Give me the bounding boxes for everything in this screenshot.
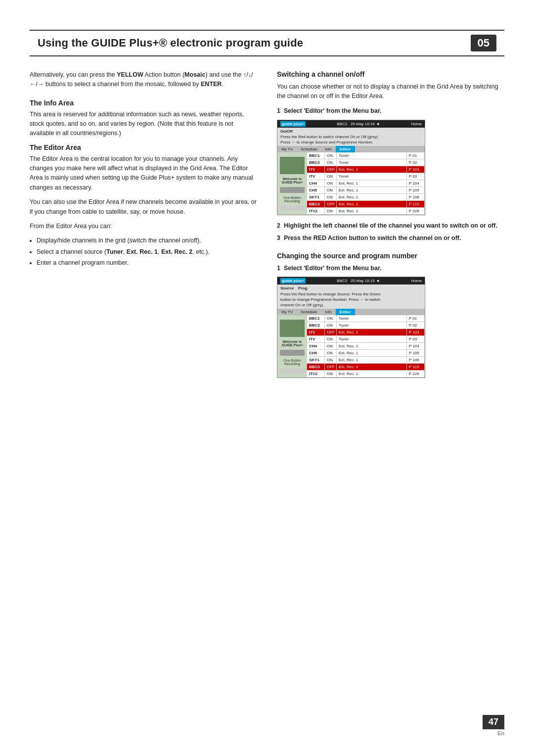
enter-bold: ENTER — [201, 81, 222, 88]
tv-row-sky1-2: SKY1 ON Ext. Rec. 1 P 106 — [307, 357, 425, 364]
tv-row-itv-3: ITV ON Tuner P 03 — [307, 336, 425, 343]
step-3: 3 Press the RED Action button to switch … — [277, 234, 504, 243]
tv-cell-name: SKY1 — [307, 194, 325, 200]
tv-screen-2: guide plus+ BBC2 25-May 10:10 ◄ Home Sou… — [277, 277, 425, 378]
page-title: Using the GUIDE Plus+® electronic progra… — [38, 37, 303, 49]
tv-info-bar-2: Source Prog. Press the Red button to cha… — [277, 284, 425, 309]
tv-cell-source: Tuner — [337, 336, 407, 342]
intro-paragraph: Alternatively, you can press the YELLOW … — [30, 70, 257, 89]
tv-cell-source: Ext. Rec. 1 — [337, 371, 407, 377]
tv-channel-2: BBC2 25-May 10:10 ◄ — [337, 279, 380, 283]
tv-cell-prog: P 03 — [407, 173, 425, 180]
tv-brand-logo-2 — [280, 369, 305, 374]
tv-row-itv-1-highlighted: ITV OFF Ext. Rec. 1 P 103 — [307, 166, 425, 173]
tv-row-bbc2-1: BBC2 ON Tuner P 02 — [307, 159, 425, 166]
step-1-text: Select 'Editor' from the Menu bar. — [284, 107, 382, 114]
changing-step-1-label: 1 Select 'Editor' from the Menu bar. — [277, 264, 504, 273]
step-2-text: Highlight the left channel tile of the c… — [284, 222, 497, 229]
tv-bottom-logo-2 — [280, 350, 305, 356]
tv-cell-prog: P 03 — [407, 336, 425, 342]
tv-cell-name: CH4 — [307, 343, 325, 349]
tv-cell-name: BBC1 — [307, 152, 325, 159]
tv-screen-1: guide plus+ BBC2 25-May 10:10 ◄ Home On/… — [277, 120, 425, 216]
tv-cell-status: ON — [325, 350, 337, 356]
editor-area-heading: The Editor Area — [30, 143, 257, 151]
tv-logo-2: guide plus+ — [280, 278, 306, 284]
tv-tab-bar-2: My TV Schedule Info Editor — [277, 309, 425, 315]
editor-area-section: The Editor Area The Editor Area is the c… — [30, 143, 257, 268]
tv-cell-source: Tuner — [337, 152, 407, 159]
tv-row-itv-2: ITV ON Tuner P 03 — [307, 173, 425, 180]
tv-welcome-1: Welcome toGUIDE Plus+ — [282, 177, 303, 184]
tv-row-bbc2-2: BBC2 ON Tuner P 02 — [307, 322, 425, 329]
tv-cell-prog: P 106 — [407, 194, 425, 200]
changing-heading: Changing the source and program number — [277, 252, 504, 260]
tab-editor-1: Editor — [336, 146, 355, 152]
info-area-heading: The Info Area — [30, 99, 257, 107]
tab-editor-2: Editor — [336, 309, 355, 315]
tv-row-ch5-1: CH5 ON Ext. Rec. 1 P 105 — [307, 187, 425, 194]
tv-cell-status: ON — [325, 208, 337, 214]
tv-cell-name: CH5 — [307, 350, 325, 356]
tv-cell-source: Ext. Rec. 1 — [337, 187, 407, 193]
tv-brand-logo-1 — [280, 206, 305, 211]
tv-row-ch4-2: CH4 ON Ext. Rec. 1 P 104 — [307, 343, 425, 350]
tv-image-placeholder-1 — [280, 157, 305, 174]
tv-cell-prog: P 104 — [407, 180, 425, 187]
tab-info-2: Info — [321, 309, 335, 315]
switching-section: Switching a channel on/off You can choos… — [277, 70, 504, 243]
tv-logo-1: guide plus+ — [280, 121, 306, 127]
tv-cell-name: BBC3 — [307, 364, 325, 370]
tv-right-panel-2: BBC1 ON Tuner P 01 BBC2 ON Tuner P 02 — [307, 315, 425, 378]
tv-cell-prog: P 104 — [407, 343, 425, 349]
tv-cell-name: ITV2 — [307, 371, 325, 377]
tv-home-2: Home — [411, 279, 422, 283]
tv-cell-name: SKY1 — [307, 357, 325, 363]
tv-welcome-2: Welcome toGUIDE Plus+ — [282, 340, 303, 347]
tv-bottom-logo-1 — [280, 187, 305, 193]
tv-row-sky1-1: SKY1 ON Ext. Rec. 1 P 106 — [307, 194, 425, 201]
tv-row-itv-2-highlighted: ITV OFF Ext. Rec. 1 P 103 — [307, 329, 425, 336]
tv-cell-source: Ext. Rec. 1 — [337, 343, 407, 349]
editor-area-body1: The Editor Area is the central location … — [30, 154, 257, 193]
tv-row-bbc3-2-highlighted: BBC3 OFF Ext. Rec. 1 P 115 — [307, 364, 425, 371]
main-content: Alternatively, you can press the YELLOW … — [30, 70, 504, 387]
tv-channel-1: BBC2 25-May 10:10 ◄ — [337, 122, 380, 126]
tv-cell-status: ON — [325, 180, 337, 187]
switching-intro: You can choose whether or not to display… — [277, 82, 504, 101]
tv-cell-source: Ext. Rec. 1 — [337, 329, 407, 335]
changing-step-1-text: Select 'Editor' from the Menu bar. — [284, 265, 382, 272]
tv-row-itv2-2: ITV2 ON Ext. Rec. 1 P 226 — [307, 371, 425, 378]
tv-row-bbc1-1: BBC1 ON Tuner P 01 — [307, 152, 425, 159]
tv-cell-status: ON — [325, 159, 337, 166]
step-3-text: Press the RED Action button to switch th… — [284, 235, 461, 241]
tv-body-1: Welcome toGUIDE Plus+ One-ButtonRecordin… — [277, 152, 425, 215]
tv-left-panel-1: Welcome toGUIDE Plus+ One-ButtonRecordin… — [277, 152, 307, 215]
tv-row-ch5-2: CH5 ON Ext. Rec. 1 P 105 — [307, 350, 425, 357]
chapter-number: 05 — [471, 35, 496, 51]
tv-cell-prog: P 115 — [407, 201, 425, 207]
tv-cell-status: OFF — [325, 166, 337, 173]
tv-cell-status: ON — [325, 173, 337, 180]
editor-area-bullets: Display/hide channels in the grid (switc… — [37, 236, 257, 268]
tv-cell-source: Tuner — [337, 315, 407, 322]
bullet-item: Enter a channel program number. — [37, 258, 257, 268]
tab-schedule-1: Schedule — [297, 146, 321, 152]
tv-top-bar-2: guide plus+ BBC2 25-May 10:10 ◄ Home — [277, 277, 425, 284]
tv-cell-status: ON — [325, 194, 337, 200]
tv-tab-bar-1: My TV Schedule Info Editor — [277, 146, 425, 152]
page-footer: 47 En — [483, 715, 504, 736]
tv-cell-status: ON — [325, 152, 337, 159]
tv-cell-name: BBC3 — [307, 201, 325, 207]
tv-image-placeholder-2 — [280, 320, 305, 337]
tv-cell-source: Ext. Rec. 1 — [337, 194, 407, 200]
tv-cell-source: Tuner — [337, 173, 407, 180]
tv-cell-status: OFF — [325, 364, 337, 370]
tab-schedule-2: Schedule — [297, 309, 321, 315]
tv-cell-source: Ext. Rec. 1 — [337, 201, 407, 207]
tv-cell-name: CH5 — [307, 187, 325, 193]
tv-cell-prog: P 02 — [407, 322, 425, 329]
info-area-body: This area is reserved for additional inf… — [30, 110, 257, 139]
tv-cell-name: ITV — [307, 173, 325, 180]
tv-recording-label-1: One-ButtonRecording — [283, 196, 301, 203]
